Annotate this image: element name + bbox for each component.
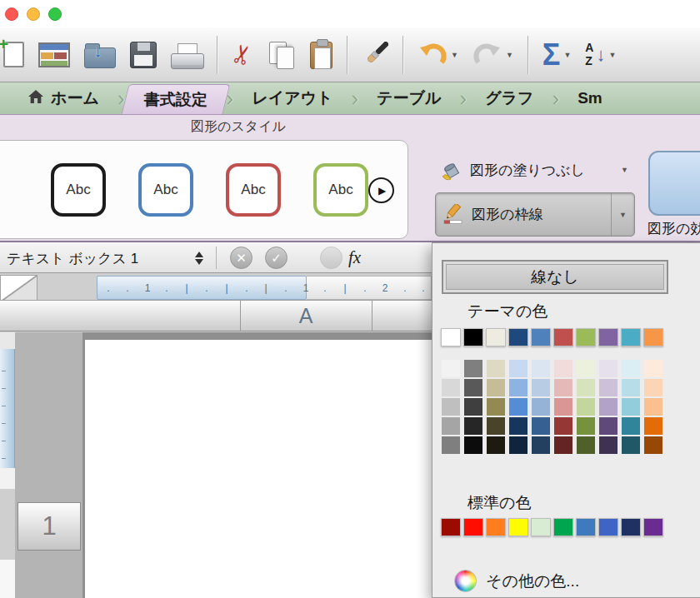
standard-color-7[interactable] — [576, 518, 596, 536]
tab-smartart[interactable]: Sm — [559, 82, 621, 114]
theme-variant-2-3[interactable] — [486, 378, 506, 397]
name-box-stepper[interactable] — [192, 248, 206, 268]
format-painter-button[interactable] — [362, 31, 388, 79]
close-button[interactable] — [5, 7, 18, 21]
zoom-button[interactable] — [48, 7, 62, 21]
theme-variant-5-10[interactable] — [643, 436, 663, 455]
standard-color-3[interactable] — [486, 518, 506, 536]
sort-button[interactable]: AZ ↓ ▼ — [585, 31, 616, 79]
horizontal-ruler[interactable]: ..1.|.|.|.1.|.2.. — [97, 276, 432, 300]
theme-variant-2-7[interactable] — [576, 378, 596, 397]
theme-variant-3-9[interactable] — [621, 397, 641, 416]
new-document-button[interactable]: + — [3, 31, 24, 79]
theme-variant-1-9[interactable] — [621, 359, 641, 378]
name-box[interactable]: テキスト ボックス 1 — [7, 249, 138, 268]
insert-function-button[interactable]: fx — [348, 247, 361, 268]
chevron-down-icon[interactable]: ▼ — [608, 51, 616, 59]
tab-format[interactable]: 書式設定 — [121, 84, 230, 114]
theme-variant-1-6[interactable] — [553, 359, 573, 378]
enter-button[interactable]: ✓ — [265, 247, 288, 269]
shape-style-3[interactable]: Abc — [226, 163, 281, 217]
theme-variant-3-1[interactable] — [441, 397, 461, 416]
chevron-down-icon[interactable]: ▼ — [563, 51, 571, 59]
theme-color-7[interactable] — [576, 328, 596, 346]
standard-color-4[interactable] — [508, 518, 528, 536]
more-colors-option[interactable]: その他の色... — [454, 570, 579, 592]
theme-color-5[interactable] — [531, 328, 551, 346]
theme-color-8[interactable] — [598, 328, 618, 346]
shape-effects-button[interactable] — [648, 151, 700, 216]
theme-variant-5-1[interactable] — [441, 436, 461, 455]
tab-table[interactable]: テーブル — [358, 82, 459, 114]
theme-color-9[interactable] — [621, 328, 641, 346]
redo-button[interactable]: ▼ — [472, 31, 513, 79]
tab-layout[interactable]: レイアウト — [233, 82, 351, 114]
theme-variant-2-9[interactable] — [621, 378, 641, 397]
shape-fill-button[interactable]: 図形の塗りつぶし ▼ — [435, 152, 635, 187]
theme-variant-1-3[interactable] — [486, 359, 506, 378]
cancel-button[interactable]: ✕ — [230, 247, 252, 269]
theme-variant-5-6[interactable] — [553, 436, 573, 455]
theme-variant-2-1[interactable] — [441, 378, 461, 397]
autosum-button[interactable]: Σ ▼ — [542, 31, 572, 79]
theme-variant-4-1[interactable] — [441, 416, 461, 436]
theme-variant-4-6[interactable] — [553, 416, 573, 436]
theme-variant-2-8[interactable] — [598, 378, 618, 397]
theme-variant-1-4[interactable] — [508, 359, 528, 378]
tab-chart[interactable]: グラフ — [467, 82, 552, 114]
chevron-down-icon[interactable]: ▼ — [506, 51, 513, 59]
standard-color-9[interactable] — [621, 518, 641, 536]
print-button[interactable] — [171, 31, 202, 79]
theme-variant-3-4[interactable] — [508, 397, 528, 416]
theme-variant-3-8[interactable] — [598, 397, 618, 416]
standard-color-8[interactable] — [598, 518, 618, 536]
paste-button[interactable] — [310, 31, 332, 79]
theme-variant-5-7[interactable] — [576, 436, 596, 455]
theme-variant-4-7[interactable] — [576, 416, 596, 436]
theme-variant-1-8[interactable] — [598, 359, 618, 378]
theme-color-1[interactable] — [441, 328, 461, 346]
theme-variant-5-2[interactable] — [463, 436, 483, 455]
shape-style-4[interactable]: Abc — [313, 163, 368, 217]
theme-variant-2-6[interactable] — [553, 378, 573, 397]
shape-style-1[interactable]: Abc — [51, 163, 106, 217]
theme-variant-5-5[interactable] — [531, 436, 551, 455]
theme-variant-3-2[interactable] — [463, 397, 483, 416]
gallery-button[interactable] — [38, 31, 70, 79]
theme-variant-4-10[interactable] — [643, 416, 663, 436]
theme-variant-1-1[interactable] — [441, 359, 461, 378]
theme-variant-4-3[interactable] — [486, 416, 506, 436]
theme-variant-1-7[interactable] — [576, 359, 596, 378]
theme-color-2[interactable] — [463, 328, 483, 346]
theme-variant-4-2[interactable] — [463, 416, 483, 436]
undo-button[interactable]: ▼ — [418, 31, 458, 79]
theme-variant-1-2[interactable] — [463, 359, 483, 378]
vertical-ruler[interactable] — [0, 332, 15, 598]
theme-variant-5-8[interactable] — [598, 436, 618, 455]
theme-variant-3-7[interactable] — [576, 397, 596, 416]
shape-outline-button[interactable]: 図形の枠線 ▼ — [435, 192, 635, 237]
theme-color-4[interactable] — [508, 328, 528, 346]
theme-variant-4-9[interactable] — [621, 416, 641, 436]
minimize-button[interactable] — [27, 7, 40, 21]
theme-variant-3-10[interactable] — [643, 397, 663, 416]
gallery-more-button[interactable]: ▶ — [368, 177, 394, 203]
theme-variant-2-5[interactable] — [531, 378, 551, 397]
theme-variant-2-4[interactable] — [508, 378, 528, 397]
standard-color-5[interactable] — [531, 518, 551, 536]
open-button[interactable]: ↓ — [84, 31, 116, 79]
save-button[interactable] — [130, 31, 157, 79]
theme-variant-4-8[interactable] — [598, 416, 618, 436]
chevron-down-icon[interactable]: ▼ — [451, 51, 458, 59]
copy-button[interactable] — [268, 31, 296, 79]
theme-variant-4-5[interactable] — [531, 416, 551, 436]
cut-button[interactable]: ✂ — [232, 31, 253, 79]
theme-variant-2-10[interactable] — [643, 378, 663, 397]
theme-variant-1-10[interactable] — [643, 359, 663, 378]
shape-outline-dropdown-caret[interactable]: ▼ — [611, 193, 634, 236]
shape-style-2[interactable]: Abc — [138, 163, 193, 217]
column-header-A[interactable]: A — [240, 301, 372, 331]
theme-variant-3-6[interactable] — [553, 397, 573, 416]
theme-variant-5-3[interactable] — [486, 436, 506, 455]
theme-variant-4-4[interactable] — [508, 416, 528, 436]
